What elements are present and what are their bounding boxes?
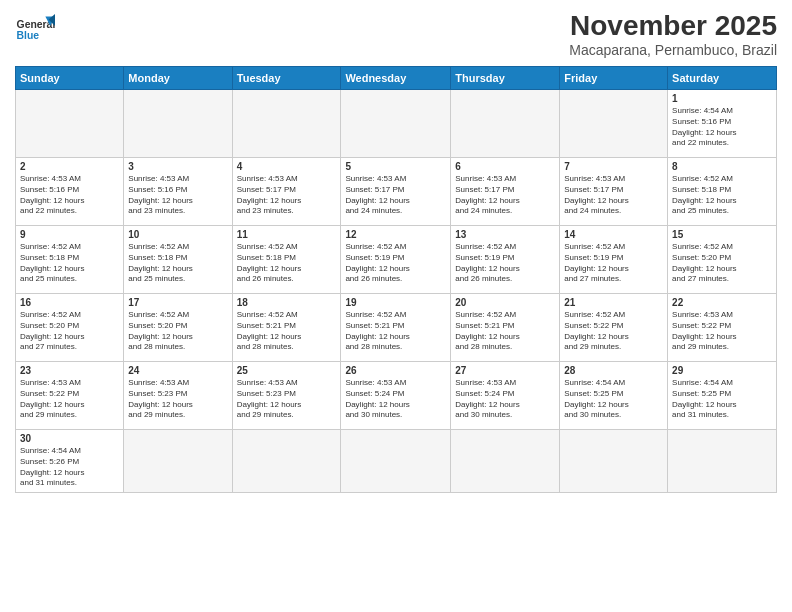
calendar-cell: 25Sunrise: 4:53 AM Sunset: 5:23 PM Dayli… bbox=[232, 362, 341, 430]
day-info: Sunrise: 4:52 AM Sunset: 5:21 PM Dayligh… bbox=[237, 310, 337, 353]
day-info: Sunrise: 4:54 AM Sunset: 5:26 PM Dayligh… bbox=[20, 446, 119, 489]
calendar-cell: 24Sunrise: 4:53 AM Sunset: 5:23 PM Dayli… bbox=[124, 362, 232, 430]
day-number: 29 bbox=[672, 365, 772, 376]
day-number: 19 bbox=[345, 297, 446, 308]
calendar-cell bbox=[451, 430, 560, 493]
title-section: November 2025 Macaparana, Pernambuco, Br… bbox=[569, 10, 777, 58]
day-number: 22 bbox=[672, 297, 772, 308]
day-info: Sunrise: 4:53 AM Sunset: 5:24 PM Dayligh… bbox=[455, 378, 555, 421]
day-number: 21 bbox=[564, 297, 663, 308]
day-number: 12 bbox=[345, 229, 446, 240]
day-info: Sunrise: 4:54 AM Sunset: 5:25 PM Dayligh… bbox=[672, 378, 772, 421]
calendar-cell bbox=[451, 90, 560, 158]
day-number: 15 bbox=[672, 229, 772, 240]
day-number: 9 bbox=[20, 229, 119, 240]
day-info: Sunrise: 4:53 AM Sunset: 5:16 PM Dayligh… bbox=[128, 174, 227, 217]
calendar-cell: 10Sunrise: 4:52 AM Sunset: 5:18 PM Dayli… bbox=[124, 226, 232, 294]
calendar-cell: 1Sunrise: 4:54 AM Sunset: 5:16 PM Daylig… bbox=[668, 90, 777, 158]
calendar-cell bbox=[341, 90, 451, 158]
day-info: Sunrise: 4:53 AM Sunset: 5:22 PM Dayligh… bbox=[20, 378, 119, 421]
day-number: 11 bbox=[237, 229, 337, 240]
day-info: Sunrise: 4:53 AM Sunset: 5:23 PM Dayligh… bbox=[237, 378, 337, 421]
calendar-cell: 29Sunrise: 4:54 AM Sunset: 5:25 PM Dayli… bbox=[668, 362, 777, 430]
calendar-week-row: 9Sunrise: 4:52 AM Sunset: 5:18 PM Daylig… bbox=[16, 226, 777, 294]
calendar-cell: 9Sunrise: 4:52 AM Sunset: 5:18 PM Daylig… bbox=[16, 226, 124, 294]
calendar-cell: 21Sunrise: 4:52 AM Sunset: 5:22 PM Dayli… bbox=[560, 294, 668, 362]
calendar-cell: 8Sunrise: 4:52 AM Sunset: 5:18 PM Daylig… bbox=[668, 158, 777, 226]
calendar-cell: 4Sunrise: 4:53 AM Sunset: 5:17 PM Daylig… bbox=[232, 158, 341, 226]
day-info: Sunrise: 4:53 AM Sunset: 5:16 PM Dayligh… bbox=[20, 174, 119, 217]
day-info: Sunrise: 4:52 AM Sunset: 5:18 PM Dayligh… bbox=[128, 242, 227, 285]
day-info: Sunrise: 4:53 AM Sunset: 5:17 PM Dayligh… bbox=[237, 174, 337, 217]
calendar-cell: 12Sunrise: 4:52 AM Sunset: 5:19 PM Dayli… bbox=[341, 226, 451, 294]
calendar-cell: 13Sunrise: 4:52 AM Sunset: 5:19 PM Dayli… bbox=[451, 226, 560, 294]
calendar-cell: 26Sunrise: 4:53 AM Sunset: 5:24 PM Dayli… bbox=[341, 362, 451, 430]
day-info: Sunrise: 4:53 AM Sunset: 5:17 PM Dayligh… bbox=[564, 174, 663, 217]
day-number: 6 bbox=[455, 161, 555, 172]
calendar-week-row: 2Sunrise: 4:53 AM Sunset: 5:16 PM Daylig… bbox=[16, 158, 777, 226]
calendar-cell bbox=[232, 90, 341, 158]
calendar-cell bbox=[124, 430, 232, 493]
svg-text:Blue: Blue bbox=[17, 30, 40, 41]
calendar-header-row: Sunday Monday Tuesday Wednesday Thursday… bbox=[16, 67, 777, 90]
col-wednesday: Wednesday bbox=[341, 67, 451, 90]
col-tuesday: Tuesday bbox=[232, 67, 341, 90]
calendar-week-row: 30Sunrise: 4:54 AM Sunset: 5:26 PM Dayli… bbox=[16, 430, 777, 493]
day-number: 17 bbox=[128, 297, 227, 308]
calendar-cell: 22Sunrise: 4:53 AM Sunset: 5:22 PM Dayli… bbox=[668, 294, 777, 362]
calendar-cell: 5Sunrise: 4:53 AM Sunset: 5:17 PM Daylig… bbox=[341, 158, 451, 226]
calendar-cell: 14Sunrise: 4:52 AM Sunset: 5:19 PM Dayli… bbox=[560, 226, 668, 294]
day-info: Sunrise: 4:53 AM Sunset: 5:24 PM Dayligh… bbox=[345, 378, 446, 421]
col-monday: Monday bbox=[124, 67, 232, 90]
day-number: 13 bbox=[455, 229, 555, 240]
day-number: 14 bbox=[564, 229, 663, 240]
day-number: 8 bbox=[672, 161, 772, 172]
calendar-cell bbox=[560, 90, 668, 158]
day-info: Sunrise: 4:53 AM Sunset: 5:17 PM Dayligh… bbox=[455, 174, 555, 217]
calendar-cell: 2Sunrise: 4:53 AM Sunset: 5:16 PM Daylig… bbox=[16, 158, 124, 226]
calendar-cell: 28Sunrise: 4:54 AM Sunset: 5:25 PM Dayli… bbox=[560, 362, 668, 430]
day-number: 20 bbox=[455, 297, 555, 308]
calendar-week-row: 23Sunrise: 4:53 AM Sunset: 5:22 PM Dayli… bbox=[16, 362, 777, 430]
day-number: 4 bbox=[237, 161, 337, 172]
calendar-cell: 3Sunrise: 4:53 AM Sunset: 5:16 PM Daylig… bbox=[124, 158, 232, 226]
day-number: 7 bbox=[564, 161, 663, 172]
location: Macaparana, Pernambuco, Brazil bbox=[569, 42, 777, 58]
day-info: Sunrise: 4:52 AM Sunset: 5:22 PM Dayligh… bbox=[564, 310, 663, 353]
day-info: Sunrise: 4:52 AM Sunset: 5:21 PM Dayligh… bbox=[345, 310, 446, 353]
day-info: Sunrise: 4:54 AM Sunset: 5:16 PM Dayligh… bbox=[672, 106, 772, 149]
calendar-week-row: 1Sunrise: 4:54 AM Sunset: 5:16 PM Daylig… bbox=[16, 90, 777, 158]
calendar-cell: 6Sunrise: 4:53 AM Sunset: 5:17 PM Daylig… bbox=[451, 158, 560, 226]
page: General Blue November 2025 Macaparana, P… bbox=[0, 0, 792, 612]
calendar-cell bbox=[341, 430, 451, 493]
day-number: 23 bbox=[20, 365, 119, 376]
day-number: 5 bbox=[345, 161, 446, 172]
calendar-cell: 15Sunrise: 4:52 AM Sunset: 5:20 PM Dayli… bbox=[668, 226, 777, 294]
day-number: 2 bbox=[20, 161, 119, 172]
day-info: Sunrise: 4:54 AM Sunset: 5:25 PM Dayligh… bbox=[564, 378, 663, 421]
day-number: 27 bbox=[455, 365, 555, 376]
logo-icon: General Blue bbox=[15, 10, 55, 50]
col-thursday: Thursday bbox=[451, 67, 560, 90]
day-number: 16 bbox=[20, 297, 119, 308]
day-info: Sunrise: 4:52 AM Sunset: 5:18 PM Dayligh… bbox=[20, 242, 119, 285]
day-number: 30 bbox=[20, 433, 119, 444]
day-info: Sunrise: 4:52 AM Sunset: 5:19 PM Dayligh… bbox=[455, 242, 555, 285]
calendar-week-row: 16Sunrise: 4:52 AM Sunset: 5:20 PM Dayli… bbox=[16, 294, 777, 362]
day-number: 24 bbox=[128, 365, 227, 376]
calendar: Sunday Monday Tuesday Wednesday Thursday… bbox=[15, 66, 777, 493]
calendar-cell: 30Sunrise: 4:54 AM Sunset: 5:26 PM Dayli… bbox=[16, 430, 124, 493]
day-number: 3 bbox=[128, 161, 227, 172]
day-info: Sunrise: 4:52 AM Sunset: 5:19 PM Dayligh… bbox=[345, 242, 446, 285]
logo: General Blue bbox=[15, 10, 55, 50]
day-info: Sunrise: 4:53 AM Sunset: 5:17 PM Dayligh… bbox=[345, 174, 446, 217]
calendar-cell: 17Sunrise: 4:52 AM Sunset: 5:20 PM Dayli… bbox=[124, 294, 232, 362]
day-info: Sunrise: 4:52 AM Sunset: 5:18 PM Dayligh… bbox=[672, 174, 772, 217]
month-title: November 2025 bbox=[569, 10, 777, 42]
day-info: Sunrise: 4:52 AM Sunset: 5:20 PM Dayligh… bbox=[672, 242, 772, 285]
calendar-cell bbox=[232, 430, 341, 493]
calendar-cell: 19Sunrise: 4:52 AM Sunset: 5:21 PM Dayli… bbox=[341, 294, 451, 362]
calendar-cell: 27Sunrise: 4:53 AM Sunset: 5:24 PM Dayli… bbox=[451, 362, 560, 430]
day-number: 28 bbox=[564, 365, 663, 376]
day-info: Sunrise: 4:52 AM Sunset: 5:20 PM Dayligh… bbox=[20, 310, 119, 353]
